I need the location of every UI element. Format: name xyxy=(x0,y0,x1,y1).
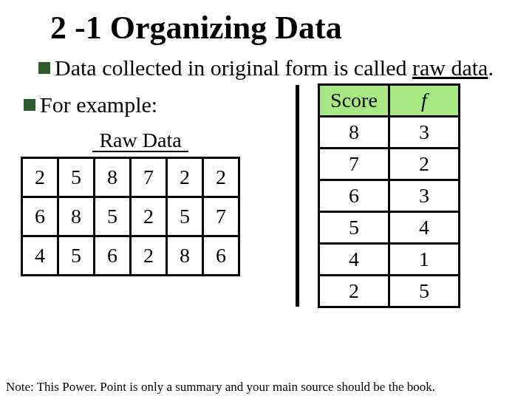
cell: 6 xyxy=(22,197,58,236)
slide: 2 -1 Organizing Data Data collected in o… xyxy=(0,0,532,324)
cell: 8 xyxy=(58,197,95,236)
cell: 8 xyxy=(167,236,203,276)
bullet-text-a: Data collected in original form is calle… xyxy=(55,55,412,80)
cell: 2 xyxy=(203,158,239,197)
table-row: 83 xyxy=(319,116,460,148)
header-score: Score xyxy=(319,84,389,116)
bullet-example: For example: xyxy=(24,91,266,119)
cell: 5 xyxy=(167,197,203,236)
footer-note: Note: This Power. Point is only a summar… xyxy=(6,380,435,395)
cell: 5 xyxy=(389,275,460,307)
cell: 2 xyxy=(389,148,460,180)
cell: 3 xyxy=(389,116,460,148)
cell: 5 xyxy=(58,158,95,197)
cell: 2 xyxy=(131,236,167,276)
left-column: For example: Raw Data 2 5 8 7 2 2 6 8 xyxy=(15,88,266,277)
cell: 7 xyxy=(203,197,239,236)
header-f: f xyxy=(389,84,460,116)
table-row: 54 xyxy=(319,211,460,243)
table-row: 2 5 8 7 2 2 xyxy=(22,158,239,197)
cell: 5 xyxy=(58,236,95,276)
cell: 2 xyxy=(319,275,389,307)
cell: 5 xyxy=(95,197,131,236)
table-header-row: Score f xyxy=(319,84,460,116)
raw-data-label-text: Raw Data xyxy=(99,129,181,151)
table-row: 72 xyxy=(319,148,460,180)
cell: 2 xyxy=(22,158,58,197)
cell: 6 xyxy=(95,236,131,276)
cell: 2 xyxy=(131,197,167,236)
cell: 4 xyxy=(319,243,389,275)
cell: 4 xyxy=(389,211,460,243)
table-row: 6 8 5 2 5 7 xyxy=(22,197,239,236)
cell: 1 xyxy=(389,243,460,275)
bullet-example-text: For example: xyxy=(40,92,157,117)
right-column: Score f 83 72 63 54 41 25 xyxy=(318,83,460,308)
bullet-icon xyxy=(38,62,50,74)
raw-data-label: Raw Data xyxy=(44,129,236,152)
table-row: 25 xyxy=(319,275,460,307)
cell: 5 xyxy=(319,211,389,243)
bullet-raw-data: Data collected in original form is calle… xyxy=(38,54,517,82)
page-title: 2 -1 Organizing Data xyxy=(50,9,517,47)
content-row: For example: Raw Data 2 5 8 7 2 2 6 8 xyxy=(15,88,517,324)
bullet-icon xyxy=(24,99,35,111)
vertical-divider xyxy=(296,85,299,307)
term-raw-data: raw data xyxy=(412,55,488,80)
bullet-text-c: . xyxy=(488,55,494,80)
cell: 6 xyxy=(203,236,239,276)
cell: 7 xyxy=(131,158,167,197)
cell: 8 xyxy=(95,158,131,197)
frequency-table: Score f 83 72 63 54 41 25 xyxy=(318,83,460,308)
cell: 7 xyxy=(319,148,389,180)
table-row: 63 xyxy=(319,180,460,211)
cell: 2 xyxy=(167,158,203,197)
raw-data-table: 2 5 8 7 2 2 6 8 5 2 5 7 4 5 xyxy=(21,157,240,276)
table-row: 41 xyxy=(319,243,460,275)
cell: 3 xyxy=(389,180,460,211)
cell: 8 xyxy=(319,116,389,148)
cell: 6 xyxy=(319,180,389,211)
cell: 4 xyxy=(22,236,58,276)
table-row: 4 5 6 2 8 6 xyxy=(22,236,239,276)
